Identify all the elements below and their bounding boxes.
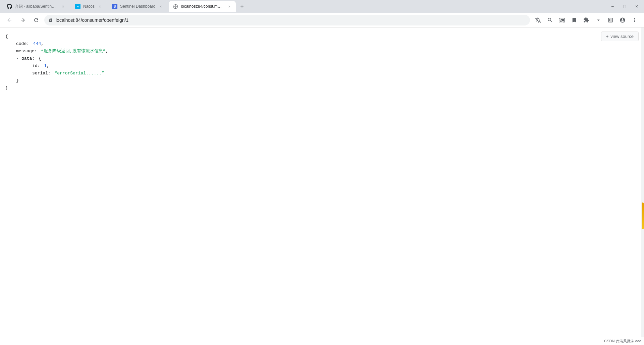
new-tab-button[interactable]: +	[237, 2, 247, 11]
nav-bar: localhost:84/consumer/openfeign/1	[0, 13, 644, 27]
tab-github-close[interactable]: ×	[60, 4, 66, 9]
tab-active-close[interactable]: ×	[226, 4, 232, 9]
key-id: id	[32, 63, 38, 70]
address-bar[interactable]: localhost:84/consumer/openfeign/1	[44, 15, 530, 25]
close-data-brace: }	[16, 77, 19, 84]
forward-button[interactable]	[17, 15, 28, 25]
value-serial: “errorSerial......”	[54, 70, 104, 77]
comma-code: ,	[41, 41, 44, 48]
tab-active[interactable]: localhost:84/consumer/openfe... ×	[169, 1, 236, 12]
open-data-brace: {	[39, 55, 41, 62]
tab-search-button[interactable]	[593, 15, 604, 25]
tab-sentinel-close[interactable]: ×	[158, 4, 163, 9]
colon-message: :	[35, 48, 40, 55]
tab-active-label: localhost:84/consumer/openfe...	[181, 4, 224, 9]
colon-id: :	[38, 63, 43, 70]
view-source-label: view source	[610, 34, 634, 39]
json-line-serial: serial : “errorSerial......”	[0, 70, 644, 77]
tab-nacos-label: Nacos	[83, 4, 95, 9]
close-window-button[interactable]: ×	[632, 2, 641, 11]
profile-button[interactable]	[617, 15, 628, 25]
tab-nacos[interactable]: N Nacos ×	[71, 1, 107, 12]
close-brace: }	[5, 85, 8, 92]
tab-github[interactable]: 介绍 · alibaba/Sentinel Wiki ×	[3, 1, 70, 12]
colon-data: :	[32, 55, 37, 62]
open-brace: {	[5, 33, 8, 40]
json-line-message: message : “服务降级返回,没有该流水信息” ,	[0, 48, 644, 55]
cast-button[interactable]	[557, 15, 568, 25]
svg-text:S: S	[114, 5, 116, 8]
address-text: localhost:84/consumer/openfeign/1	[56, 17, 526, 23]
main-content: + view source { code : 444 , message : “…	[0, 27, 644, 345]
minimize-button[interactable]: −	[608, 2, 617, 11]
refresh-button[interactable]	[31, 15, 42, 25]
json-open-brace: {	[0, 33, 644, 40]
key-serial: serial	[32, 70, 48, 77]
key-data: data	[21, 55, 32, 62]
globe-icon	[173, 4, 178, 9]
comma-id: ,	[47, 63, 49, 70]
sentinel-icon: S	[112, 4, 117, 9]
colon-serial: :	[48, 70, 53, 77]
nav-actions	[533, 15, 640, 25]
json-close-brace: }	[0, 84, 644, 92]
json-close-data-brace: }	[0, 77, 644, 84]
title-bar: 介绍 · alibaba/Sentinel Wiki × N Nacos × S…	[0, 0, 644, 13]
translate-button[interactable]	[533, 15, 543, 25]
sidebar-button[interactable]	[605, 15, 616, 25]
view-source-plus: +	[606, 34, 609, 39]
nacos-icon: N	[75, 4, 80, 9]
json-line-code: code : 444 ,	[0, 40, 644, 48]
tab-sentinel-label: Sentinel Dashboard	[120, 4, 155, 9]
tab-nacos-close[interactable]: ×	[97, 4, 103, 9]
maximize-button[interactable]: □	[620, 2, 629, 11]
key-message: message	[16, 48, 35, 55]
tab-sentinel[interactable]: S Sentinel Dashboard ×	[108, 1, 167, 12]
scrollbar-thumb[interactable]	[642, 203, 644, 229]
colon-code: :	[26, 41, 32, 48]
extensions-button[interactable]	[581, 15, 592, 25]
bottom-bar: CSDN @清风微沫 aaa	[601, 337, 644, 345]
bottom-bar-text: CSDN @清风微沫 aaa	[604, 339, 641, 343]
tab-github-label: 介绍 · alibaba/Sentinel Wiki	[15, 4, 58, 9]
window-controls: − □ ×	[608, 2, 641, 11]
json-line-id: id : 1 ,	[0, 62, 644, 70]
value-message: “服务降级返回,没有该流水信息”	[41, 48, 105, 55]
json-line-data: - data : {	[0, 55, 644, 62]
bookmark-button[interactable]	[569, 15, 580, 25]
back-button[interactable]	[4, 15, 15, 25]
lock-icon	[48, 18, 53, 22]
view-source-button[interactable]: + view source	[601, 32, 639, 41]
value-code: 444	[33, 41, 41, 48]
zoom-button[interactable]	[545, 15, 555, 25]
toggle-data[interactable]: -	[16, 55, 20, 62]
github-icon	[7, 4, 12, 9]
scrollbar[interactable]	[641, 27, 644, 345]
comma-message: ,	[106, 48, 108, 55]
value-id: 1	[44, 63, 47, 70]
json-viewer: { code : 444 , message : “服务降级返回,没有该流水信息…	[0, 27, 644, 97]
menu-button[interactable]	[629, 15, 640, 25]
key-code: code	[16, 41, 26, 48]
